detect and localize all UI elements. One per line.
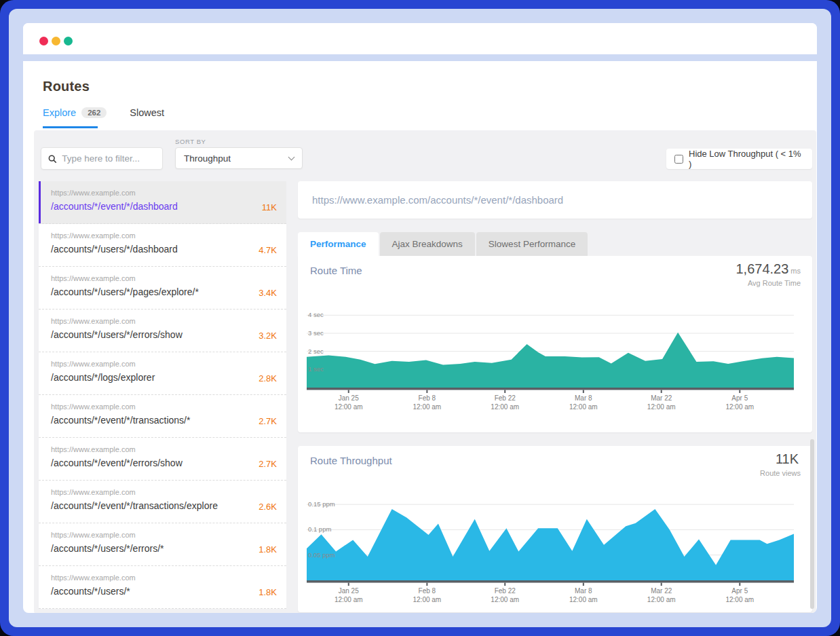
tab-ajax-breakdowns[interactable]: Ajax Breakdowns: [380, 232, 475, 256]
avg-route-time-unit: ms: [790, 267, 801, 275]
tab-slowest-performance[interactable]: Slowest Performance: [476, 232, 588, 256]
route-path: /accounts/*/users/*/pages/explore/*: [51, 286, 277, 297]
tab-explore-label: Explore: [43, 107, 76, 118]
maximize-window-icon[interactable]: [64, 37, 73, 45]
tab-explore[interactable]: Explore 262: [43, 107, 107, 118]
svg-text:1 sec: 1 sec: [308, 365, 324, 373]
svg-text:Jan 25: Jan 25: [339, 587, 359, 595]
minimize-window-icon[interactable]: [52, 37, 60, 45]
route-time-chart: 1 sec2 sec3 sec4 secJan 2512:00 amFeb 81…: [307, 297, 794, 415]
route-domain: https://www.example.com: [51, 317, 277, 325]
tab-slowest[interactable]: Slowest: [130, 107, 164, 118]
list-item[interactable]: https://www.example.com/accounts/*/users…: [39, 523, 286, 566]
tab-slowest-label: Slowest: [130, 107, 164, 118]
route-throughput-value: 2.8K: [259, 373, 277, 384]
svg-text:0.05 ppm: 0.05 ppm: [308, 551, 335, 559]
selected-route-url: https://www.example.com/accounts/*/event…: [298, 181, 812, 219]
route-path: /accounts/*/users/*/errors/*: [51, 543, 277, 554]
route-domain: https://www.example.com: [51, 274, 277, 282]
search-input[interactable]: [62, 153, 155, 164]
route-path: /accounts/*/users/*/errors/show: [51, 329, 277, 340]
chevron-down-icon: [288, 153, 295, 160]
list-item[interactable]: https://www.example.com/accounts/*/users…: [39, 566, 286, 609]
hide-low-throughput-label: Hide Low Throughput ( < 1% ): [689, 149, 804, 169]
route-throughput-value: 3.2K: [259, 331, 277, 341]
route-throughput-title: Route Throughput: [310, 455, 392, 466]
route-views-value: 11K: [776, 451, 799, 466]
tab-performance[interactable]: Performance: [298, 232, 379, 256]
route-time-card: Route Time 1,674.23ms Avg Route Time 1 s…: [298, 256, 812, 432]
list-item[interactable]: https://www.example.com/accounts/*/users…: [39, 224, 286, 267]
route-throughput-value: 2.7K: [259, 416, 277, 426]
sort-by-label: SORT BY: [175, 138, 206, 145]
frame-inner-ring: Routes Explore 262 Slowest: [9, 9, 831, 627]
list-item[interactable]: https://www.example.com/accounts/*/event…: [39, 395, 286, 438]
svg-text:Mar 8: Mar 8: [575, 394, 592, 402]
route-throughput-value: 2.6K: [259, 502, 277, 512]
route-domain: https://www.example.com: [51, 231, 277, 240]
svg-text:12:00 am: 12:00 am: [647, 596, 676, 603]
svg-text:2 sec: 2 sec: [308, 348, 324, 355]
route-domain: https://www.example.com: [51, 445, 277, 453]
svg-text:12:00 am: 12:00 am: [725, 403, 754, 411]
route-domain: https://www.example.com: [51, 189, 277, 197]
svg-text:Feb 8: Feb 8: [419, 587, 436, 595]
list-item[interactable]: https://www.example.com/accounts/*/users…: [39, 267, 286, 310]
browser-frame: Routes Explore 262 Slowest: [0, 0, 840, 636]
svg-text:12:00 am: 12:00 am: [491, 596, 519, 603]
route-path: /accounts/*/users/*/dashboard: [51, 244, 277, 255]
svg-text:12:00 am: 12:00 am: [647, 403, 676, 411]
hide-low-throughput-toggle[interactable]: Hide Low Throughput ( < 1% ): [666, 149, 812, 169]
detail-tab-bar: Performance Ajax Breakdowns Slowest Perf…: [298, 232, 588, 256]
route-time-title: Route Time: [310, 265, 362, 276]
routes-tab-bar: Explore 262 Slowest: [43, 107, 164, 118]
route-path: /accounts/*/event/*/dashboard: [51, 201, 277, 212]
route-domain: https://www.example.com: [51, 488, 277, 496]
route-throughput-card: Route Throughput 11K Route views 0.05 pp…: [298, 446, 812, 612]
svg-text:Mar 8: Mar 8: [575, 587, 592, 595]
sort-select[interactable]: Throughput: [175, 147, 303, 169]
list-item[interactable]: https://www.example.com/accounts/*/event…: [39, 481, 286, 523]
svg-text:12:00 am: 12:00 am: [569, 403, 598, 411]
svg-text:4 sec: 4 sec: [308, 311, 324, 318]
svg-text:Feb 22: Feb 22: [495, 587, 516, 595]
svg-text:12:00 am: 12:00 am: [335, 403, 363, 411]
window-titlebar: [23, 23, 817, 54]
tab-slowest-performance-label: Slowest Performance: [489, 239, 575, 249]
svg-text:Feb 8: Feb 8: [419, 394, 436, 402]
app-window: Routes Explore 262 Slowest: [23, 23, 817, 613]
list-item[interactable]: https://www.example.com/accounts/*/logs/…: [39, 352, 286, 395]
route-throughput-value: 2.7K: [259, 459, 277, 469]
route-throughput-value: 11K: [262, 202, 277, 212]
list-item[interactable]: https://www.example.com/accounts/*/users…: [39, 310, 286, 352]
route-domain: https://www.example.com: [51, 403, 277, 411]
route-domain: https://www.example.com: [51, 531, 277, 539]
route-throughput-value: 1.8K: [259, 587, 277, 597]
hide-low-throughput-checkbox[interactable]: [674, 155, 683, 164]
avg-route-time-value: 1,674.23: [736, 261, 788, 276]
route-path: /accounts/*/event/*/transactions/explore: [51, 500, 277, 511]
list-item[interactable]: https://www.example.com/accounts/*/event…: [39, 438, 286, 481]
window-controls: [39, 37, 73, 45]
svg-text:0.1 ppm: 0.1 ppm: [308, 525, 331, 533]
svg-text:0.15 ppm: 0.15 ppm: [308, 500, 335, 508]
panel-scrollbar-thumb[interactable]: [810, 439, 814, 609]
explore-panel: SORT BY Throughput Hide Low Throughput (…: [34, 130, 816, 613]
sort-select-value: Throughput: [184, 153, 231, 164]
avg-route-time-label: Avg Route Time: [736, 279, 801, 287]
search-icon: [48, 154, 56, 164]
list-item[interactable]: https://www.example.com/accounts/*/event…: [39, 181, 286, 224]
route-path: /accounts/*/logs/explorer: [51, 372, 277, 383]
route-path: /accounts/*/users/*: [51, 586, 277, 597]
svg-text:Feb 22: Feb 22: [495, 394, 516, 402]
svg-text:12:00 am: 12:00 am: [413, 596, 441, 603]
route-domain: https://www.example.com: [51, 574, 277, 582]
titlebar-divider: [23, 54, 817, 61]
svg-text:Apr 5: Apr 5: [731, 394, 748, 402]
svg-text:12:00 am: 12:00 am: [569, 596, 598, 603]
svg-text:Apr 5: Apr 5: [731, 587, 748, 595]
page-title: Routes: [43, 79, 90, 94]
close-window-icon[interactable]: [39, 37, 48, 45]
route-list: https://www.example.com/accounts/*/event…: [39, 181, 286, 611]
svg-text:12:00 am: 12:00 am: [413, 403, 441, 411]
